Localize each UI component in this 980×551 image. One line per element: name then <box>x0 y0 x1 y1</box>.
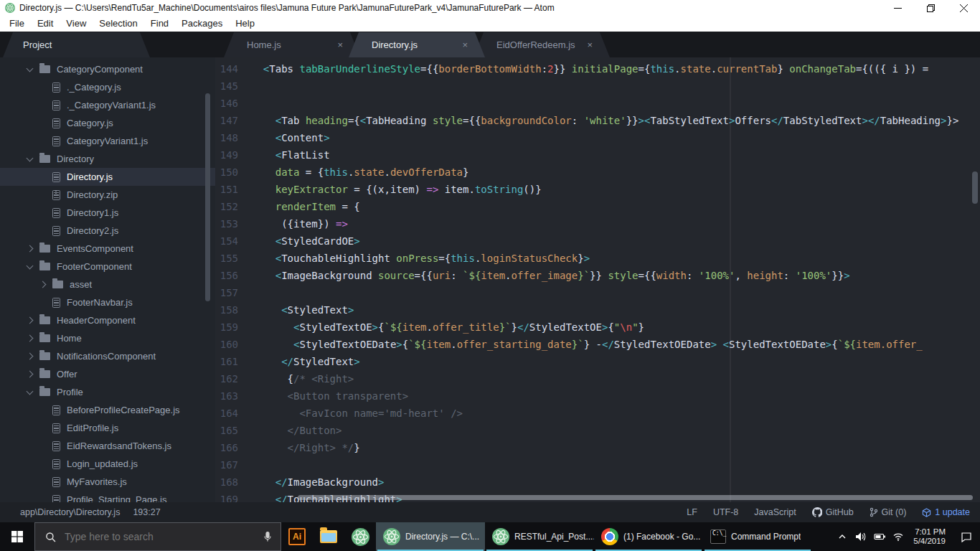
tree-item-label: EditProfile.js <box>67 423 118 433</box>
tree-item-category-js[interactable]: ._Category.js <box>0 78 215 96</box>
menu-find[interactable]: Find <box>144 16 175 32</box>
status-1-update[interactable]: 1 update <box>922 507 970 517</box>
start-button[interactable] <box>0 522 34 551</box>
git-branch-icon <box>870 507 878 517</box>
tab-close-icon[interactable]: × <box>587 32 593 57</box>
task-1-facebook-go[interactable]: (1) Facebook - Go... <box>594 522 703 551</box>
tree-item-beforeprofilecreatepage-js[interactable]: BeforeProfileCreatePage.js <box>0 401 215 419</box>
tree-item-asset[interactable]: asset <box>0 276 215 293</box>
vertical-scrollbar[interactable] <box>972 171 978 204</box>
task-directory-js-c[interactable]: Directory.js — C:\... <box>376 522 485 551</box>
editor-pane[interactable]: Home.js×Directory.js×EidOfferRedeem.js× … <box>215 32 980 502</box>
tree-item-category-js[interactable]: Category.js <box>0 114 215 132</box>
code-text: </ImageBackground> <box>251 474 384 491</box>
code-line-152: 152 renderItem = { <box>215 198 980 215</box>
taskbar-search[interactable] <box>34 522 281 551</box>
tree-item-label: ._Category.js <box>67 82 121 93</box>
file-icon <box>52 208 60 218</box>
status-lf[interactable]: LF <box>687 507 697 517</box>
tab-home-js[interactable]: Home.js× <box>224 32 360 57</box>
tab-close-icon[interactable]: × <box>462 32 468 57</box>
status-github[interactable]: GitHub <box>812 507 854 517</box>
code-text: <ImageBackground source={{uri: `${item.o… <box>251 267 850 284</box>
tree-item-directory-js[interactable]: Directory.js <box>0 168 215 186</box>
tree-item-home[interactable]: Home <box>0 329 215 347</box>
windows-taskbar: Ai Directory.js — C:\...RESTful_Api_Post… <box>0 522 980 551</box>
tree-item-label: EidRewardsandTokens.js <box>67 441 171 451</box>
tab-directory-js[interactable]: Directory.js× <box>349 32 485 57</box>
menu-help[interactable]: Help <box>229 16 261 32</box>
chevron-spacer <box>40 461 45 466</box>
tree-item-directory-zip[interactable]: Directory.zip <box>0 186 215 204</box>
tree-item-directory[interactable]: Directory <box>0 150 215 168</box>
tree-item-footercomponent[interactable]: FooterComponent <box>0 258 215 276</box>
pinned-file-explorer[interactable] <box>313 522 344 551</box>
tree-item-eidrewardsandtokens-js[interactable]: EidRewardsandTokens.js <box>0 437 215 455</box>
tree-item-profile-starting-page-js[interactable]: Profile_Starting_Page.js <box>0 491 215 502</box>
tree-item-categorycomponent[interactable]: CategoryComponent <box>0 60 215 78</box>
menu-edit[interactable]: Edit <box>31 16 60 32</box>
menu-view[interactable]: View <box>60 16 93 32</box>
line-number: 161 <box>215 353 251 370</box>
code-text: <TouchableHighlight onPress={this.loginS… <box>251 250 590 267</box>
microphone-icon[interactable] <box>263 531 272 543</box>
folder-icon <box>39 65 50 73</box>
close-button[interactable] <box>947 0 980 16</box>
restore-button[interactable] <box>914 0 947 16</box>
taskbar-clock[interactable]: 7:01 PM 5/4/2019 <box>913 527 946 546</box>
task-command-prompt[interactable]: C:\_Command Prompt <box>703 522 812 551</box>
menu-packages[interactable]: Packages <box>175 16 229 32</box>
tree-item-myfavorites-js[interactable]: MyFavorites.js <box>0 473 215 491</box>
tree-item-categoryvariant1-js[interactable]: ._CategoryVariant1.js <box>0 96 215 114</box>
action-center-icon[interactable] <box>953 532 980 542</box>
tree-item-categoryvariant1-js[interactable]: CategoryVariant1.js <box>0 132 215 150</box>
battery-icon[interactable] <box>870 532 889 541</box>
wifi-icon[interactable] <box>889 532 908 542</box>
tray-chevron-up-icon[interactable] <box>833 532 852 541</box>
minimize-button[interactable] <box>881 0 914 16</box>
tree-item-directory1-js[interactable]: Directory1.js <box>0 204 215 222</box>
status-utf-8[interactable]: UTF-8 <box>713 507 738 517</box>
sidebar-scrollbar[interactable] <box>205 93 210 301</box>
tree-item-eventscomponent[interactable]: EventsComponent <box>0 240 215 258</box>
code-text: <StyledCardOE> <box>251 232 360 250</box>
file-icon <box>52 495 60 503</box>
tree-item-login-updated-js[interactable]: Login_updated.js <box>0 455 215 473</box>
line-number: 156 <box>215 267 251 284</box>
tree-item-label: MyFavorites.js <box>67 476 127 487</box>
code-line-154: 154 <StyledCardOE> <box>215 232 980 250</box>
status-git-0[interactable]: Git (0) <box>870 507 907 517</box>
code-text: </Button> <box>251 422 341 439</box>
status-javascript[interactable]: JavaScript <box>754 507 796 517</box>
search-input[interactable] <box>65 531 244 542</box>
line-number: 164 <box>215 405 251 422</box>
tab-close-icon[interactable]: × <box>337 32 343 57</box>
tree-item-label: FooterNavbar.js <box>67 297 133 308</box>
status-file-path[interactable]: app\Directory\Directory.js <box>20 507 120 517</box>
tree-item-profile[interactable]: Profile <box>0 383 215 401</box>
tree-item-directory2-js[interactable]: Directory2.js <box>0 222 215 240</box>
file-icon <box>52 172 60 182</box>
chevron-closed-icon <box>39 281 47 288</box>
tree-item-headercomponent[interactable]: HeaderComponent <box>0 311 215 329</box>
menu-file[interactable]: File <box>3 16 31 32</box>
project-tab[interactable]: Project <box>3 32 150 57</box>
code-lines[interactable]: 144 <Tabs tabBarUnderlineStyle={{borderB… <box>215 57 980 502</box>
tab-eidofferredeem-js[interactable]: EidOfferRedeem.js× <box>473 32 610 57</box>
horizontal-scrollbar[interactable] <box>298 495 973 500</box>
file-icon <box>52 441 60 451</box>
tree-item-footernavbar-js[interactable]: FooterNavbar.js <box>0 293 215 311</box>
status-cursor-position[interactable]: 193:27 <box>133 507 160 517</box>
menu-selection[interactable]: Selection <box>93 16 143 32</box>
pinned-atom[interactable] <box>344 522 376 551</box>
tree-item-label: Directory1.js <box>67 207 118 218</box>
volume-icon[interactable] <box>852 532 870 542</box>
tree-item-offer[interactable]: Offer <box>0 365 215 383</box>
pinned-illustrator[interactable]: Ai <box>281 522 313 551</box>
task-restful-api-post[interactable]: RESTful_Api_Post.... <box>485 522 594 551</box>
tree-item-label: CategoryComponent <box>57 64 143 75</box>
window-title: Directory.js — C:\Users\RendTu5ar_Machin… <box>19 3 555 13</box>
tree-item-editprofile-js[interactable]: EditProfile.js <box>0 419 215 437</box>
tree-item-notificationscomponent[interactable]: NotificationsComponent <box>0 347 215 365</box>
chevron-spacer <box>40 138 45 143</box>
